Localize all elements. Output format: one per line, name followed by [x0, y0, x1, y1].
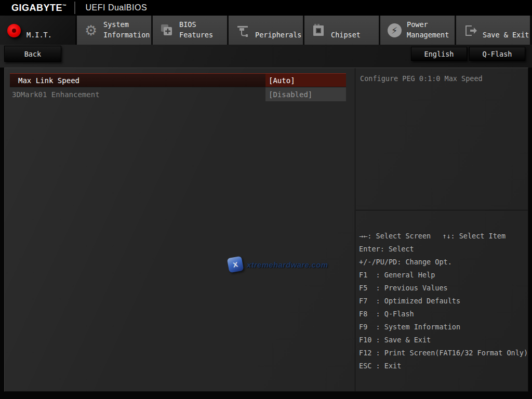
setting-row-3dmark01-enhancement[interactable]: 3DMark01 Enhancement [Disabled] — [10, 87, 346, 101]
exit-door-icon — [462, 23, 478, 38]
gigabyte-logo: GIGABYTE™ — [11, 3, 67, 14]
key-legend-line: F1 : General Help — [359, 269, 528, 282]
setting-label: 3DMark01 Enhancement — [10, 87, 265, 101]
tab-peripherals[interactable]: Peripherals — [229, 16, 303, 45]
peripherals-icon — [235, 23, 250, 38]
key-legend-line: F12 : Print Screen(FAT16/32 Format Only) — [359, 347, 528, 360]
key-legend-line: →←: Select Screen ↑↓: Select Item — [359, 230, 528, 243]
chipset-icon — [311, 23, 326, 38]
help-pane: Configure PEG 0:1:0 Max Speed →←: Select… — [356, 68, 528, 391]
key-legend-line: F5 : Previous Values — [359, 282, 528, 295]
tab-label: BIOS Features — [179, 20, 213, 40]
tab-bios-features[interactable]: BIOS Features — [153, 16, 227, 45]
bios-chip-icon — [159, 22, 175, 38]
trademark: ™ — [62, 4, 67, 8]
tab-mit[interactable]: M.I.T. — [0, 16, 75, 45]
key-legend: →←: Select Screen ↑↓: Select Item Enter:… — [356, 210, 528, 373]
tab-power-management[interactable]: ⚡ Power Management — [380, 16, 455, 45]
key-legend-line: F10 : Save & Exit — [359, 334, 528, 347]
tab-save-exit[interactable]: Save & Exit — [456, 16, 530, 45]
tab-system-information[interactable]: ⚙ System Information — [77, 16, 151, 45]
tab-label: M.I.T. — [26, 30, 52, 41]
logo-divider — [74, 2, 75, 14]
firmware-title: UEFI DualBIOS — [86, 3, 148, 12]
setting-value[interactable]: [Disabled] — [265, 87, 346, 101]
tab-label: Save & Exit — [483, 30, 529, 41]
setting-row-max-link-speed[interactable]: Max Link Speed [Auto] — [10, 73, 346, 87]
tab-label: System Information — [103, 20, 150, 40]
setting-value[interactable]: [Auto] — [265, 74, 346, 87]
gear-icon: ⚙ — [83, 22, 99, 38]
key-legend-line: +/-/PU/PD: Change Opt. — [359, 256, 528, 269]
top-bar: GIGABYTE™ UEFI DualBIOS — [0, 0, 532, 16]
key-legend-line: F7 : Optimized Defaults — [359, 295, 528, 308]
main-panel: Max Link Speed [Auto] 3DMark01 Enhanceme… — [4, 68, 528, 392]
setting-label: Max Link Speed — [10, 74, 265, 87]
qflash-button[interactable]: Q-Flash — [469, 47, 525, 61]
language-button[interactable]: English — [411, 47, 467, 61]
settings-pane: Max Link Speed [Auto] 3DMark01 Enhanceme… — [5, 68, 355, 391]
sub-toolbar: Back English Q-Flash — [0, 45, 532, 68]
tab-chipset[interactable]: Chipset — [304, 16, 379, 45]
tab-label: Power Management — [407, 20, 449, 40]
gauge-icon — [6, 23, 22, 38]
key-legend-line: ESC : Exit — [359, 360, 528, 373]
tab-label: Peripherals — [255, 30, 301, 41]
key-legend-line: F8 : Q-Flash — [359, 308, 528, 321]
key-legend-line: F9 : System Information — [359, 321, 528, 334]
power-bolt-icon: ⚡ — [387, 22, 402, 38]
select-item-hint: ↑↓: Select Item — [442, 230, 506, 243]
tab-bar: M.I.T. ⚙ System Information BIOS Feature… — [0, 16, 532, 45]
back-button[interactable]: Back — [4, 46, 61, 62]
tab-label: Chipset — [331, 30, 361, 41]
select-screen-hint: →←: Select Screen — [359, 230, 431, 243]
key-legend-line: Enter: Select — [359, 243, 528, 256]
item-help-text: Configure PEG 0:1:0 Max Speed — [356, 68, 528, 210]
